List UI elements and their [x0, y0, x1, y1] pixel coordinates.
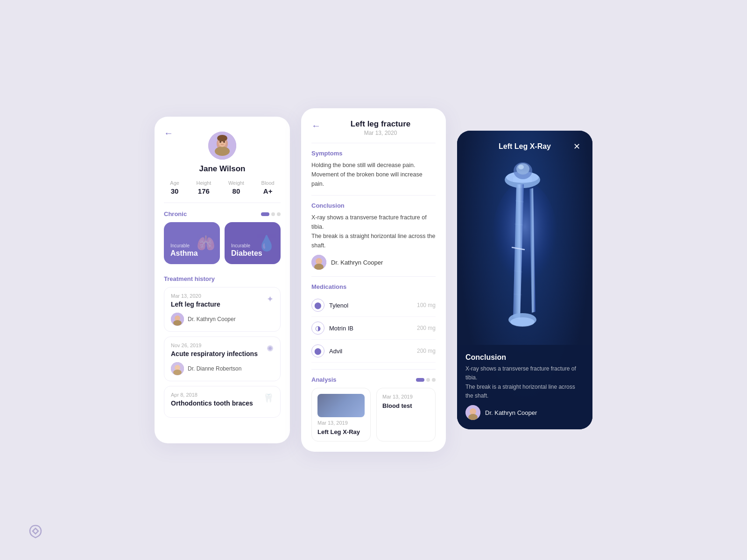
- tx-date-2: Apr 8, 2018: [171, 392, 274, 398]
- med-dose-1: 200 mg: [417, 325, 436, 331]
- dot-inactive-1: [271, 212, 275, 216]
- svg-point-16: [492, 182, 557, 294]
- analysis-card-0[interactable]: Mar 13, 2019 Left Leg X-Ray: [311, 388, 371, 441]
- an-title-1: Blood test: [382, 402, 430, 409]
- an-date-1: Mar 13, 2019: [382, 394, 430, 399]
- svg-point-21: [510, 317, 535, 327]
- diabetes-sub: Incurable: [231, 243, 274, 248]
- chronic-section-header: Chronic: [164, 210, 281, 217]
- analysis-label: Analysis: [311, 376, 336, 383]
- logo-icon: [28, 524, 43, 541]
- fracture-detail-panel: ← Left leg fracture Mar 13, 2020 Symptom…: [301, 108, 446, 452]
- tx-date-0: Mar 13, 2020: [171, 293, 274, 299]
- svg-point-14: [316, 258, 322, 265]
- dot-inactive-2: [277, 212, 281, 216]
- panel2-back-button[interactable]: ←: [311, 120, 321, 131]
- med-dose-2: 200 mg: [417, 348, 436, 354]
- pill-icon-2: ⬤: [311, 344, 324, 357]
- panel2-title: Left leg fracture: [325, 119, 436, 129]
- analysis-cards: Mar 13, 2019 Left Leg X-Ray Mar 13, 2019…: [311, 388, 436, 441]
- patient-profile-panel: ← Jane Wilson Age 30 Height 176: [155, 117, 290, 443]
- tx-title-0: Left leg fracture: [171, 301, 274, 308]
- medications-label: Medications: [311, 283, 436, 290]
- asthma-sub: Incurable: [170, 243, 213, 248]
- an-title-0: Left Leg X-Ray: [317, 428, 365, 435]
- med-name-1: Motrin IB: [329, 325, 412, 332]
- panel2-doc-avatar: [311, 255, 326, 270]
- dot-active: [261, 212, 269, 216]
- xray-title: Left Leg X-Ray: [499, 142, 551, 151]
- panel2-doctor-row: Dr. Kathryn Cooper: [311, 255, 436, 270]
- symptoms-text: Holding the bone still will decrease pai…: [311, 161, 436, 189]
- doc-avatar-0: [171, 313, 184, 326]
- symptoms-label: Symptoms: [311, 150, 436, 157]
- svg-point-24: [518, 165, 524, 169]
- chronic-cards: 🫁 Incurable Asthma 💧 Incurable Diabetes: [164, 222, 281, 264]
- doc-name-0: Dr. Kathryn Cooper: [188, 316, 236, 322]
- xray-viewer-panel: Left Leg X-Ray ✕: [457, 131, 592, 429]
- xray-thumbnail: [317, 394, 365, 417]
- pill-icon-1: ◑: [311, 322, 324, 335]
- panel2-title-block: Left leg fracture Mar 13, 2020: [325, 119, 436, 136]
- med-dose-0: 100 mg: [417, 302, 436, 308]
- treatment-card-0[interactable]: Mar 13, 2020 Left leg fracture ✦ Dr. Kat…: [164, 287, 281, 332]
- xray-close-button[interactable]: ✕: [570, 140, 583, 153]
- conclusion-text: X-ray shows a transverse fracture fractu…: [311, 213, 436, 250]
- analysis-dot-2: [432, 378, 436, 382]
- tx-icon-1: ✺: [267, 343, 274, 354]
- chronic-card-diabetes[interactable]: 💧 Incurable Diabetes: [225, 222, 281, 264]
- treatment-card-2[interactable]: Apr 8, 2018 Orthodontics tooth braces 🦷: [164, 386, 281, 418]
- tx-title-1: Acute respiratory infections: [171, 350, 274, 357]
- doctor-row-0: Dr. Kathryn Cooper: [171, 313, 274, 326]
- svg-point-30: [470, 408, 476, 415]
- svg-point-6: [217, 135, 227, 141]
- treatment-section: Treatment history Mar 13, 2020 Left leg …: [164, 275, 281, 418]
- xray-footer: Conclusion X-ray shows a transverse frac…: [457, 345, 592, 429]
- doc-avatar-1: [171, 362, 184, 375]
- carousel-dots: [261, 212, 281, 216]
- stat-blood: Blood A+: [261, 180, 275, 195]
- avatar: [208, 132, 236, 160]
- an-date-0: Mar 13, 2019: [317, 420, 365, 426]
- med-item-2: ⬤ Advil 200 mg: [311, 340, 436, 363]
- back-button[interactable]: ←: [164, 128, 173, 139]
- xray-header: Left Leg X-Ray ✕: [457, 131, 592, 158]
- xray-conclusion-text: X-ray shows a transverse fracture fractu…: [465, 364, 584, 400]
- treatment-title: Treatment history: [164, 275, 281, 282]
- patient-name: Jane Wilson: [199, 164, 245, 174]
- stat-height: Height 176: [196, 180, 211, 195]
- analysis-dots: [416, 378, 436, 382]
- tx-title-2: Orthodontics tooth braces: [171, 399, 274, 407]
- svg-point-23: [516, 163, 529, 175]
- panel2-date: Mar 13, 2020: [325, 130, 436, 136]
- svg-point-2: [215, 147, 230, 156]
- xray-doc-avatar: [465, 405, 480, 420]
- xray-conclusion-title: Conclusion: [465, 353, 584, 362]
- doc-name-1: Dr. Dianne Robertson: [188, 365, 241, 372]
- doctor-row-1: Dr. Dianne Robertson: [171, 362, 274, 375]
- treatment-card-1[interactable]: Nov 26, 2019 Acute respiratory infection…: [164, 336, 281, 381]
- tooth-icon: 🦷: [263, 393, 274, 403]
- panel2-doc-name: Dr. Kathryn Cooper: [331, 259, 383, 266]
- panel2-header: ← Left leg fracture Mar 13, 2020: [311, 119, 436, 136]
- profile-section: Jane Wilson Age 30 Height 176 Weight 80 …: [164, 132, 281, 273]
- stat-weight: Weight 80: [228, 180, 244, 195]
- xray-bone-image: [487, 154, 562, 364]
- pill-icon-0: ⬤: [311, 299, 324, 312]
- med-item-1: ◑ Motrin IB 200 mg: [311, 317, 436, 340]
- svg-point-12: [173, 370, 182, 375]
- analysis-card-1[interactable]: Mar 13, 2019 Blood test: [376, 388, 436, 441]
- conclusion-label: Conclusion: [311, 202, 436, 209]
- tx-date-1: Nov 26, 2019: [171, 343, 274, 348]
- med-name-0: Tylenol: [329, 302, 412, 309]
- svg-point-9: [173, 320, 182, 326]
- chronic-card-asthma[interactable]: 🫁 Incurable Asthma: [164, 222, 220, 264]
- med-name-2: Advil: [329, 348, 412, 355]
- stat-age: Age 30: [170, 180, 179, 195]
- analysis-section-header: Analysis: [311, 376, 436, 383]
- tx-icon-0: ✦: [267, 294, 274, 304]
- analysis-dot-active: [416, 378, 424, 382]
- xray-doc-name: Dr. Kathryn Cooper: [485, 409, 537, 416]
- med-item-0: ⬤ Tylenol 100 mg: [311, 294, 436, 317]
- stats-row: Age 30 Height 176 Weight 80 Blood A+: [164, 180, 281, 203]
